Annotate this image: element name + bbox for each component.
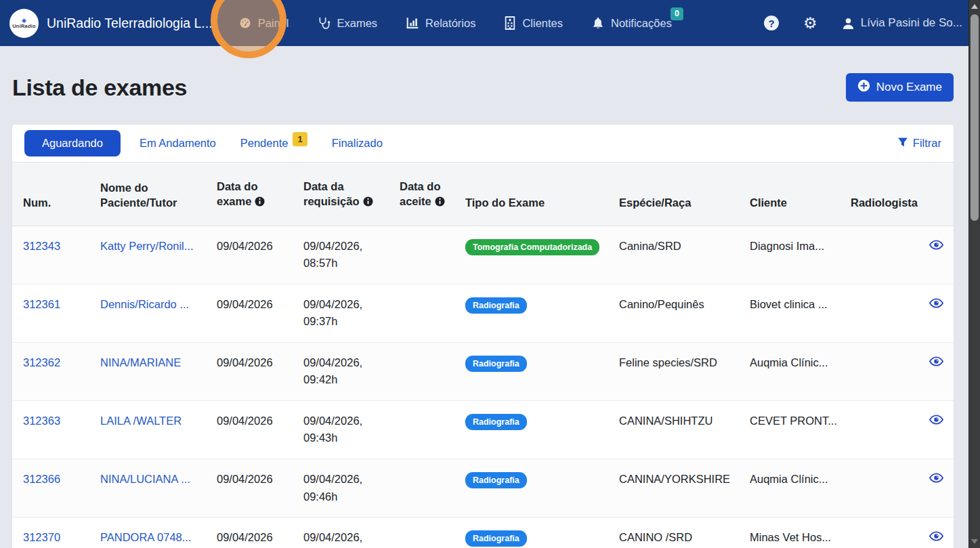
uniradio-logo: ◆ UniRadio xyxy=(9,9,39,38)
scroll-down-icon xyxy=(971,539,978,544)
view-exam-button[interactable] xyxy=(928,355,945,370)
col-cliente: Cliente xyxy=(744,163,845,226)
help-icon[interactable] xyxy=(764,16,779,30)
user-menu[interactable]: Lívia Pasini de So... xyxy=(842,16,962,30)
status-tabs: Aguardando Em Andamento Pendente1 Finali… xyxy=(12,125,954,163)
exam-number-link[interactable]: 312343 xyxy=(23,240,60,252)
col-data-exame: Data doexame xyxy=(211,163,298,226)
nav-item-clientes[interactable]: Clientes xyxy=(504,16,563,30)
bell-icon xyxy=(591,16,605,30)
eye-icon xyxy=(929,533,943,543)
exam-type-badge: Radiografia xyxy=(465,297,527,314)
scroll-up-icon xyxy=(971,4,978,9)
col-tipo: Tipo do Exame xyxy=(460,163,614,226)
tab-em-andamento[interactable]: Em Andamento xyxy=(140,130,216,156)
view-exam-button[interactable] xyxy=(928,471,945,486)
exam-date: 09/04/2026 xyxy=(217,240,273,252)
plus-circle-icon xyxy=(857,79,870,96)
bar-chart-icon xyxy=(406,17,419,30)
table-row: 312366 NINA/LUCIANA ... 09/04/2026 09/04… xyxy=(12,459,954,518)
scroll-up-button[interactable] xyxy=(969,0,980,13)
notification-count-badge: 0 xyxy=(670,7,683,20)
tab-finalizado[interactable]: Finalizado xyxy=(332,130,383,156)
exam-type-badge: Tomografia Computadorizada xyxy=(465,239,599,255)
info-icon[interactable] xyxy=(435,195,445,210)
eye-icon xyxy=(929,417,943,427)
main-content: Lista de exames Novo Exame Aguardando Em… xyxy=(0,73,980,548)
gauge-icon xyxy=(238,16,252,30)
patient-tutor-link[interactable]: LAILA /WALTER xyxy=(100,415,182,427)
exam-number-link[interactable]: 312366 xyxy=(23,473,60,485)
eye-icon xyxy=(929,300,943,310)
exam-number-link[interactable]: 312361 xyxy=(23,298,60,310)
client-name: Minas Vet Hos... xyxy=(750,531,831,543)
nav-label: Notificações xyxy=(611,17,672,30)
patient-tutor-link[interactable]: Katty Perry/Ronil... xyxy=(100,240,194,252)
tab-aguardando[interactable]: Aguardando xyxy=(24,130,121,156)
exam-number-link[interactable]: 312362 xyxy=(23,356,60,368)
client-name: Diagnosi Ima... xyxy=(750,240,824,252)
scroll-down-button[interactable] xyxy=(969,535,980,548)
nav-item-exames[interactable]: Exames xyxy=(318,16,378,30)
filter-button[interactable]: Filtrar xyxy=(897,137,941,150)
exam-date: 09/04/2026 xyxy=(217,356,273,368)
exam-date: 09/04/2026 xyxy=(217,298,273,310)
exams-table: Num. Nome doPaciente/Tutor Data doexame … xyxy=(12,163,954,548)
species-breed: Canina/SRD xyxy=(619,240,681,252)
col-data-aceite: Data doaceite xyxy=(394,163,460,226)
eye-icon xyxy=(929,358,943,368)
navbar-right: Lívia Pasini de So... xyxy=(764,16,962,31)
species-breed: CANINO /SRD xyxy=(619,531,692,543)
patient-tutor-link[interactable]: Dennis/Ricardo ... xyxy=(100,298,189,310)
view-exam-button[interactable] xyxy=(928,530,945,545)
scrollbar-thumb[interactable] xyxy=(971,14,979,221)
nav-label: Relatórios xyxy=(425,17,475,30)
client-name: CEVET PRONT... xyxy=(750,415,837,427)
nav-item-painel[interactable]: Painel xyxy=(238,16,289,30)
exam-date: 09/04/2026 xyxy=(217,415,273,427)
main-nav: Painel Exames Relatórios Clientes Notifi… xyxy=(238,16,672,30)
logo-text: UniRadio xyxy=(12,24,36,29)
brand[interactable]: ◆ UniRadio UniRadio Telerradiologia L... xyxy=(9,9,213,38)
tab-pendente[interactable]: Pendente1 xyxy=(240,130,307,156)
species-breed: CANINA/YORKSHIRE xyxy=(619,473,730,485)
patient-tutor-link[interactable]: NINA/MARIANE xyxy=(100,356,181,368)
nav-label: Exames xyxy=(337,17,378,30)
view-exam-button[interactable] xyxy=(928,238,945,253)
exam-number-link[interactable]: 312363 xyxy=(23,415,60,427)
nav-label: Painel xyxy=(258,17,289,30)
exam-type-badge: Radiografia xyxy=(465,414,527,430)
pendente-count-badge: 1 xyxy=(293,132,307,146)
col-num: Num. xyxy=(12,163,95,226)
exam-number-link[interactable]: 312370 xyxy=(23,531,60,543)
exam-type-badge: Radiografia xyxy=(465,472,527,488)
species-breed: Canino/Pequinês xyxy=(619,298,704,310)
view-exam-button[interactable] xyxy=(928,297,945,312)
client-name: Biovet clinica ... xyxy=(750,298,828,310)
patient-tutor-link[interactable]: NINA/LUCIANA ... xyxy=(100,473,190,485)
funnel-icon xyxy=(897,137,908,150)
exam-type-badge: Radiografia xyxy=(465,356,527,372)
nav-item-notificacoes[interactable]: Notificações 0 xyxy=(591,16,672,30)
new-exam-button[interactable]: Novo Exame xyxy=(846,73,954,102)
user-icon xyxy=(842,17,855,30)
browser-scrollbar[interactable] xyxy=(968,0,980,548)
col-actions xyxy=(922,163,954,226)
info-icon[interactable] xyxy=(363,195,373,210)
species-breed: CANINA/SHIHTZU xyxy=(619,415,712,427)
exam-type-badge: Radiografia xyxy=(465,530,527,547)
top-navbar: ◆ UniRadio UniRadio Telerradiologia L...… xyxy=(0,0,980,46)
species-breed: Feline species/SRD xyxy=(619,356,717,368)
nav-item-relatorios[interactable]: Relatórios xyxy=(406,17,475,30)
patient-tutor-link[interactable]: PANDORA 0748... xyxy=(100,531,192,543)
table-row: 312343 Katty Perry/Ronil... 09/04/2026 0… xyxy=(12,226,954,284)
brand-title: UniRadio Telerradiologia L... xyxy=(47,16,213,31)
client-name: Auqmia Clínic... xyxy=(750,473,828,485)
exam-date: 09/04/2026 xyxy=(217,473,273,485)
col-radiologista: Radiologista xyxy=(845,163,922,226)
view-exam-button[interactable] xyxy=(928,413,945,428)
gear-icon[interactable] xyxy=(803,16,817,31)
info-icon[interactable] xyxy=(255,195,265,210)
table-row: 312362 NINA/MARIANE 09/04/2026 09/04/202… xyxy=(12,342,954,400)
page-title: Lista de exames xyxy=(12,75,187,101)
